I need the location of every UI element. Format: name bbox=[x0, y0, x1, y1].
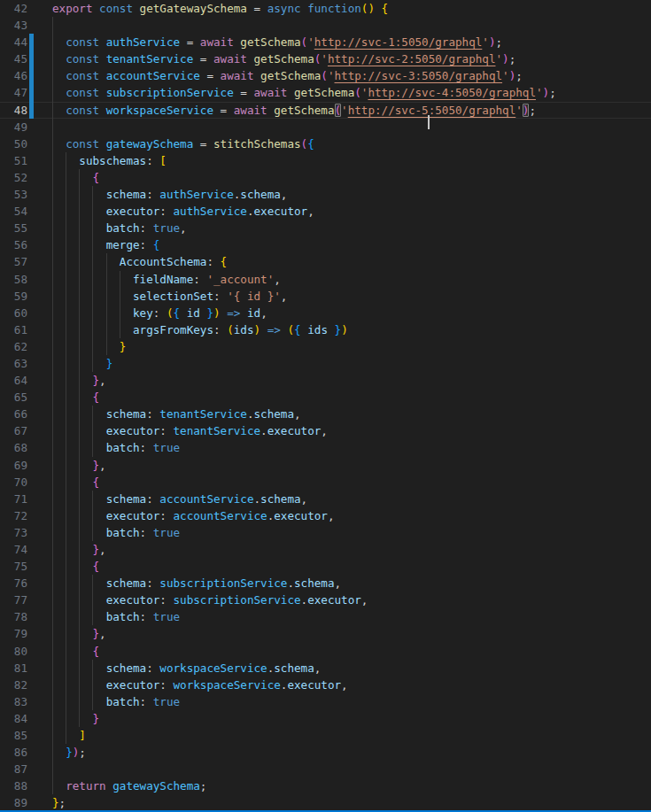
token bbox=[52, 35, 66, 49]
token: await bbox=[221, 69, 261, 82]
code-text: }, bbox=[52, 372, 106, 389]
line-number: 70 bbox=[0, 474, 27, 491]
token: } bbox=[93, 459, 100, 472]
git-modified-indicator[interactable] bbox=[29, 84, 34, 101]
line-number: 83 bbox=[0, 693, 27, 710]
git-modified-indicator[interactable] bbox=[29, 34, 34, 50]
token: : bbox=[206, 255, 220, 268]
token: const bbox=[66, 137, 106, 151]
git-modified-indicator[interactable] bbox=[29, 67, 34, 84]
line-number: 64 bbox=[0, 372, 27, 389]
token: { bbox=[93, 171, 100, 184]
code-line: 48 const workspaceService = await getSch… bbox=[0, 102, 651, 119]
code-text: }, bbox=[52, 457, 106, 474]
token: tenantService bbox=[159, 407, 247, 421]
line-number: 71 bbox=[0, 491, 27, 507]
token bbox=[52, 374, 93, 387]
token bbox=[180, 306, 187, 320]
line-number: 89 bbox=[0, 794, 27, 811]
token: AccountSchema bbox=[120, 255, 207, 268]
token: = bbox=[247, 2, 267, 15]
git-modified-indicator[interactable] bbox=[29, 102, 34, 119]
token bbox=[52, 306, 133, 320]
token: ( bbox=[321, 69, 328, 82]
token: : bbox=[159, 509, 173, 522]
line-number: 65 bbox=[0, 389, 27, 406]
token: true bbox=[153, 610, 180, 623]
token bbox=[52, 357, 106, 370]
token: async bbox=[267, 2, 308, 15]
line-number: 63 bbox=[0, 355, 27, 372]
token: { bbox=[294, 323, 301, 336]
token: () bbox=[361, 2, 375, 15]
token: , bbox=[335, 576, 342, 590]
token: workspaceService bbox=[106, 104, 213, 117]
matched-bracket: ( bbox=[335, 104, 342, 117]
code-editor[interactable]: 42export const getGatewaySchema = async … bbox=[0, 0, 651, 810]
code-line: 78 batch: true bbox=[0, 608, 651, 625]
token: { bbox=[93, 645, 100, 658]
token: getSchema bbox=[260, 69, 321, 82]
code-line: 56 merge: { bbox=[0, 236, 651, 253]
token bbox=[240, 306, 247, 320]
token: { bbox=[153, 238, 160, 251]
code-line: 57 AccountSchema: { bbox=[0, 253, 651, 270]
token: executor bbox=[106, 678, 160, 692]
code-text: schema: tenantService.schema, bbox=[52, 406, 301, 422]
code-text: batch: true bbox=[52, 439, 180, 456]
token: => bbox=[267, 323, 281, 336]
token: schema bbox=[106, 661, 147, 675]
token: : bbox=[146, 154, 159, 167]
token: , bbox=[180, 221, 187, 235]
token: = bbox=[193, 137, 213, 151]
code-text: }, bbox=[52, 625, 106, 642]
token: ( bbox=[227, 323, 234, 336]
line-number: 76 bbox=[0, 575, 27, 592]
token: : bbox=[146, 492, 159, 506]
token: ) bbox=[254, 323, 261, 336]
token: . bbox=[247, 407, 254, 421]
code-text: }); bbox=[52, 744, 86, 761]
token: accountService bbox=[174, 509, 267, 522]
token: { bbox=[221, 255, 228, 268]
git-modified-indicator[interactable] bbox=[29, 50, 34, 67]
code-text: } bbox=[52, 355, 112, 372]
token: schema bbox=[254, 407, 295, 421]
token: } bbox=[93, 374, 100, 387]
token: gatewaySchema bbox=[112, 779, 200, 793]
code-line: 59 selectionSet: '{ id }', bbox=[0, 288, 651, 305]
token bbox=[52, 424, 106, 437]
code-line: 51 subschemas: [ bbox=[0, 152, 651, 169]
token: ' bbox=[515, 104, 523, 117]
line-number: 77 bbox=[0, 592, 27, 608]
token: ; bbox=[79, 746, 86, 759]
code-line: 43 bbox=[0, 17, 651, 34]
token: : bbox=[146, 407, 159, 421]
token bbox=[52, 661, 106, 675]
code-line: 58 fieldName: '_account', bbox=[0, 271, 651, 288]
token: await bbox=[253, 86, 294, 99]
token: ( bbox=[167, 306, 174, 320]
line-number: 80 bbox=[0, 643, 27, 660]
token: ) bbox=[489, 35, 496, 49]
token bbox=[52, 560, 93, 573]
token: tenantService bbox=[174, 424, 261, 437]
token: true bbox=[153, 441, 180, 454]
indent-guide bbox=[52, 119, 59, 135]
token: function bbox=[307, 2, 361, 15]
code-text: const workspaceService = await getSchema… bbox=[52, 102, 536, 119]
token: executor bbox=[106, 205, 160, 218]
code-text: key: ({ id }) => id, bbox=[52, 305, 267, 321]
token: executor bbox=[274, 509, 328, 522]
code-line: 55 batch: true, bbox=[0, 220, 651, 236]
code-line: 71 schema: accountService.schema, bbox=[0, 491, 651, 507]
line-number: 54 bbox=[0, 203, 27, 220]
token: schema bbox=[106, 407, 147, 421]
token: } bbox=[106, 357, 113, 370]
token: : bbox=[140, 610, 153, 623]
token bbox=[52, 729, 79, 742]
token: = bbox=[213, 104, 234, 117]
line-number: 73 bbox=[0, 524, 27, 541]
indent-guide bbox=[52, 17, 59, 34]
token: , bbox=[314, 661, 322, 675]
